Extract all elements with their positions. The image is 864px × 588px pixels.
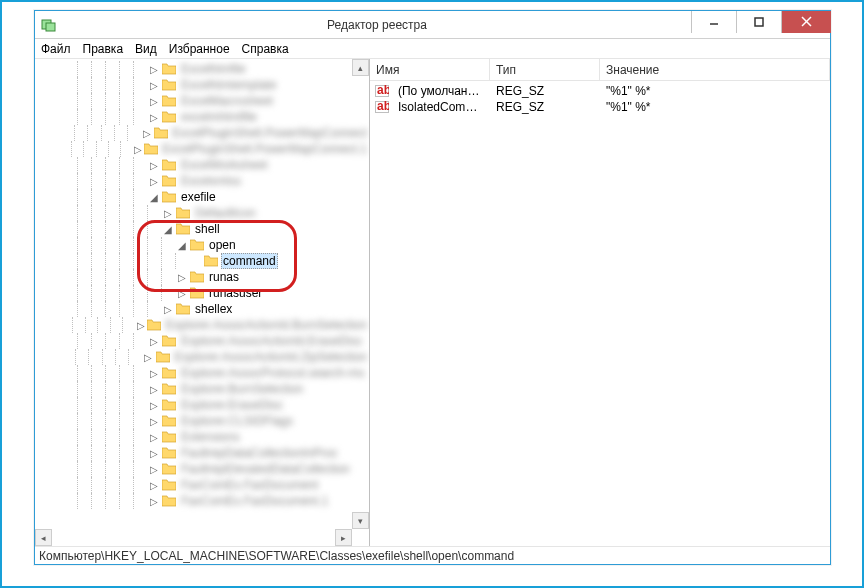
- tree-item[interactable]: ◢exefile: [35, 189, 369, 205]
- tree-item[interactable]: ▷shellex: [35, 301, 369, 317]
- tree-item-label: Explorer.BurnSelection: [179, 382, 305, 396]
- folder-icon: [161, 398, 177, 412]
- tree-item[interactable]: ▷FaxComEx.FaxDocument: [35, 477, 369, 493]
- expand-toggle-icon[interactable]: ▷: [147, 160, 161, 171]
- tree-item[interactable]: ▷Explorer.EraseDisc: [35, 397, 369, 413]
- tree-item[interactable]: ▷Explorer.AssocActionId.ZipSelection: [35, 349, 369, 365]
- tree-item-label: Explorer.AssocActionId.EraseDisc: [179, 334, 364, 348]
- tree-item[interactable]: ▷Explorer.AssocProtocol.search-ms: [35, 365, 369, 381]
- expand-toggle-icon[interactable]: ▷: [147, 496, 161, 507]
- tree-item-label: ExcelMacrosheet: [179, 94, 275, 108]
- tree-item[interactable]: ▷Excelhtmtemplate: [35, 77, 369, 93]
- tree-item-label: FaxComEx.FaxDocument.1: [179, 494, 330, 508]
- tree-item[interactable]: ▷ExcelMacrosheet: [35, 93, 369, 109]
- expand-toggle-icon[interactable]: ▷: [147, 368, 161, 379]
- svg-text:ab: ab: [377, 100, 389, 113]
- tree-item[interactable]: ◢shell: [35, 221, 369, 237]
- tree-item[interactable]: ▷runasuser: [35, 285, 369, 301]
- tree-item[interactable]: ▷Explorer.AssocActionId.EraseDisc: [35, 333, 369, 349]
- folder-icon: [161, 366, 177, 380]
- expand-toggle-icon[interactable]: ▷: [175, 288, 189, 299]
- expand-toggle-icon[interactable]: ▷: [147, 64, 161, 75]
- tree-item[interactable]: ▷runas: [35, 269, 369, 285]
- tree-item[interactable]: ▷Explorer.BurnSelection: [35, 381, 369, 397]
- tree-item[interactable]: ▷FaultrepElevatedDataCollection: [35, 461, 369, 477]
- string-value-icon: ab: [374, 99, 390, 115]
- menu-edit[interactable]: Правка: [83, 42, 124, 56]
- expand-toggle-icon[interactable]: ▷: [147, 96, 161, 107]
- expand-toggle-icon[interactable]: ▷: [147, 448, 161, 459]
- tree-item[interactable]: ▷Explorer.CLSIDFlags: [35, 413, 369, 429]
- tree-item[interactable]: ◢open: [35, 237, 369, 253]
- scroll-right-button[interactable]: ▸: [335, 529, 352, 546]
- expand-toggle-icon[interactable]: ◢: [175, 240, 189, 251]
- menu-view[interactable]: Вид: [135, 42, 157, 56]
- tree-item[interactable]: ▷ExcelPluginShell.PowerMapConnect: [35, 125, 369, 141]
- tree-item[interactable]: ▷FaxComEx.FaxDocument.1: [35, 493, 369, 509]
- expand-toggle-icon[interactable]: ▷: [147, 416, 161, 427]
- menubar: Файл Правка Вид Избранное Справка: [35, 39, 830, 59]
- menu-help[interactable]: Справка: [242, 42, 289, 56]
- minimize-button[interactable]: [691, 11, 736, 33]
- close-button[interactable]: [781, 11, 831, 33]
- expand-toggle-icon[interactable]: ▷: [161, 208, 175, 219]
- expand-toggle-icon[interactable]: ▷: [147, 480, 161, 491]
- expand-toggle-icon[interactable]: ▷: [147, 400, 161, 411]
- col-value[interactable]: Значение: [600, 59, 830, 80]
- expand-toggle-icon[interactable]: ▷: [142, 352, 155, 363]
- tree-item[interactable]: ▷Excelxmlss: [35, 173, 369, 189]
- folder-icon: [153, 126, 168, 140]
- cell-value: "%1" %*: [600, 84, 830, 98]
- expand-toggle-icon[interactable]: [189, 256, 203, 267]
- folder-icon: [161, 110, 177, 124]
- list-row[interactable]: ab(По умолчанию)REG_SZ"%1" %*: [370, 83, 830, 99]
- expand-toggle-icon[interactable]: ▷: [147, 80, 161, 91]
- expand-toggle-icon[interactable]: ▷: [147, 464, 161, 475]
- tree-item[interactable]: ▷ExcelWorksheet: [35, 157, 369, 173]
- maximize-button[interactable]: [736, 11, 781, 33]
- expand-toggle-icon[interactable]: ▷: [147, 384, 161, 395]
- tree-item[interactable]: ▷excelmhtmlfile: [35, 109, 369, 125]
- scroll-down-button[interactable]: ▾: [352, 512, 369, 529]
- cell-value: "%1" %*: [600, 100, 830, 114]
- expand-toggle-icon[interactable]: ▷: [147, 336, 161, 347]
- list-row[interactable]: abIsolatedComma...REG_SZ"%1" %*: [370, 99, 830, 115]
- tree-item[interactable]: ▷Explorer.AssocActionId.BurnSelection: [35, 317, 369, 333]
- tree-item-label: shell: [193, 222, 222, 236]
- expand-toggle-icon[interactable]: ▷: [175, 272, 189, 283]
- scroll-up-button[interactable]: ▴: [352, 59, 369, 76]
- svg-rect-1: [46, 23, 55, 31]
- cell-type: REG_SZ: [490, 84, 600, 98]
- tree-item-label: Excelhtmfile: [179, 62, 248, 76]
- tree-item[interactable]: ▷DefaultIcon: [35, 205, 369, 221]
- expand-toggle-icon[interactable]: ▷: [147, 432, 161, 443]
- tree-item-label: runas: [207, 270, 241, 284]
- expand-toggle-icon[interactable]: ▷: [147, 112, 161, 123]
- expand-toggle-icon[interactable]: ◢: [147, 192, 161, 203]
- col-name[interactable]: Имя: [370, 59, 490, 80]
- expand-toggle-icon[interactable]: ▷: [147, 176, 161, 187]
- folder-icon: [161, 462, 177, 476]
- statusbar: Компьютер\HKEY_LOCAL_MACHINE\SOFTWARE\Cl…: [35, 546, 830, 564]
- expand-toggle-icon[interactable]: ▷: [140, 128, 153, 139]
- tree-item[interactable]: ▷Excelhtmfile: [35, 61, 369, 77]
- folder-icon: [147, 318, 161, 332]
- expand-toggle-icon[interactable]: ▷: [161, 304, 175, 315]
- menu-favorites[interactable]: Избранное: [169, 42, 230, 56]
- expand-toggle-icon[interactable]: ▷: [132, 144, 144, 155]
- tree-item[interactable]: command: [35, 253, 369, 269]
- tree-item[interactable]: ▷FaultrepDataCollectionInProc: [35, 445, 369, 461]
- expand-toggle-icon[interactable]: ◢: [161, 224, 175, 235]
- values-panel: Имя Тип Значение ab(По умолчанию)REG_SZ"…: [370, 59, 830, 546]
- expand-toggle-icon[interactable]: ▷: [135, 320, 147, 331]
- col-type[interactable]: Тип: [490, 59, 600, 80]
- svg-rect-3: [755, 18, 763, 26]
- tree-view[interactable]: ▷Excelhtmfile▷Excelhtmtemplate▷ExcelMacr…: [35, 59, 369, 546]
- tree-item[interactable]: ▷ExcelPluginShell.PowerMapConnect.1: [35, 141, 369, 157]
- tree-item[interactable]: ▷Extensions: [35, 429, 369, 445]
- tree-item-label: FaxComEx.FaxDocument: [179, 478, 320, 492]
- folder-icon: [189, 286, 205, 300]
- menu-file[interactable]: Файл: [41, 42, 71, 56]
- scroll-left-button[interactable]: ◂: [35, 529, 52, 546]
- folder-icon: [161, 494, 177, 508]
